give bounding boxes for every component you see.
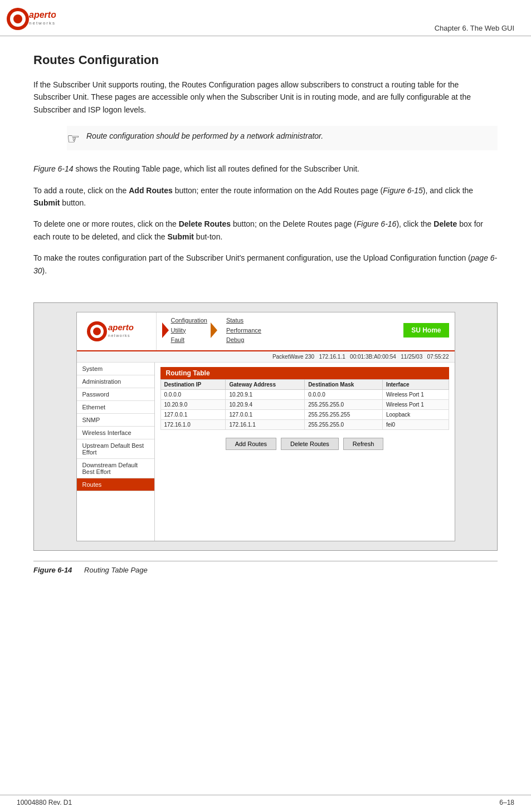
nav-arrow-end-icon [211,322,217,338]
device-model: PacketWave 230 [272,354,314,360]
gui-buttons: Add Routes Delete Routes Refresh [160,434,449,453]
sidebar-item-snmp[interactable]: SNMP [77,414,154,427]
su-home-button[interactable]: SU Home [403,323,449,337]
logo-area: aperto networks [6,6,56,32]
gui-body: System Administration Password Ethernet … [77,363,455,541]
para3: To add a route, click on the Add Routes … [33,184,498,209]
sidebar-item-system[interactable]: System [77,363,154,375]
gui-logo: aperto networks [77,312,157,350]
page-header: aperto networks Chapter 6. The Web GUI [0,0,531,36]
page-footer: 10004880 Rev. D1 6–18 [0,795,531,806]
sidebar-item-downstream[interactable]: Downstream Default Best Effort [77,459,154,478]
device-mac: 00:01:3B:A0:00:54 [350,354,396,360]
para4: To delete one or more routes, click on t… [33,218,498,243]
col-gateway: Gateway Address [226,379,305,389]
nav-fault[interactable]: Fault [171,335,207,345]
routing-table: Destination IP Gateway Address Destinati… [160,379,449,430]
col-interface: Interface [382,379,449,389]
main-content: Routes Configuration If the Subscriber U… [0,36,531,608]
footer-right: 6–18 [499,799,514,806]
nav-debug[interactable]: Debug [226,335,261,345]
sidebar-item-upstream[interactable]: Upstream Default Best Effort [77,439,154,459]
routing-table-title: Routing Table [160,367,449,379]
note-text: Route configuration should be performed … [86,130,323,142]
screenshot-container: aperto networks Configuration Utility Fa… [33,302,498,551]
svg-point-7 [93,327,101,335]
device-ip: 172.16.1.1 [319,354,345,360]
intro-paragraph: If the Subscriber Unit supports routing,… [33,79,498,116]
gui-header: aperto networks Configuration Utility Fa… [77,312,455,351]
sidebar-item-routes[interactable]: Routes [77,478,154,491]
svg-text:aperto: aperto [29,10,56,19]
section-title: Routes Configuration [33,53,498,67]
nav-links: Configuration Utility Fault [171,316,207,345]
web-gui: aperto networks Configuration Utility Fa… [76,312,455,541]
add-routes-button[interactable]: Add Routes [226,438,276,450]
device-info-bar: PacketWave 230 172.16.1.1 00:01:3B:A0:00… [77,351,455,363]
table-row: 127.0.0.1127.0.0.1255.255.255.255Loopbac… [160,409,449,419]
gui-aperto-logo: aperto networks [86,318,147,345]
table-row: 172.16.1.0172.16.1.1255.255.255.0fei0 [160,419,449,429]
nav-main-group: Configuration Utility Fault [162,316,217,345]
figure-ref-1: Figure 6-14 [33,164,74,173]
note-box: ☞ Route configuration should be performe… [67,126,498,150]
figure-caption: Figure 6-14 Routing Table Page [33,561,498,574]
footer-left: 10004880 Rev. D1 [17,799,72,806]
nav-status[interactable]: Status [226,316,261,326]
gui-sidebar: System Administration Password Ethernet … [77,363,155,541]
svg-text:networks: networks [108,334,130,337]
figure-label: Figure 6-14 [33,566,72,574]
sidebar-item-administration[interactable]: Administration [77,375,154,388]
nav-right-links: Status Performance Debug [226,316,261,345]
delete-routes-button[interactable]: Delete Routes [281,438,339,450]
nav-arrow-icon [162,322,169,338]
device-date: 11/25/03 [401,354,422,360]
nav-performance[interactable]: Performance [226,326,261,336]
chapter-label: Chapter 6. The Web GUI [435,24,514,32]
gui-main: Routing Table Destination IP Gateway Add… [155,363,455,541]
col-dest-mask: Destination Mask [305,379,383,389]
table-row: 10.20.9.010.20.9.4255.255.255.0Wireless … [160,399,449,409]
note-hand-icon: ☞ [67,131,80,146]
svg-text:networks: networks [29,21,56,26]
nav-utility[interactable]: Utility [171,326,207,336]
para2: Figure 6-14 shows the Routing Table page… [33,163,498,175]
nav-configuration[interactable]: Configuration [171,316,207,326]
sidebar-item-ethernet[interactable]: Ethernet [77,401,154,414]
svg-text:aperto: aperto [108,322,134,332]
table-row: 0.0.0.010.20.9.10.0.0.0Wireless Port 1 [160,389,449,399]
para5: To make the routes configuration part of… [33,252,498,277]
figure-text: Routing Table Page [84,566,148,574]
svg-point-2 [13,14,22,23]
sidebar-item-wireless-interface[interactable]: Wireless Interface [77,427,154,439]
col-dest-ip: Destination IP [160,379,226,389]
sidebar-item-password[interactable]: Password [77,388,154,401]
aperto-logo: aperto networks [6,6,56,32]
device-time: 07:55:22 [427,354,449,360]
refresh-button[interactable]: Refresh [343,438,384,450]
